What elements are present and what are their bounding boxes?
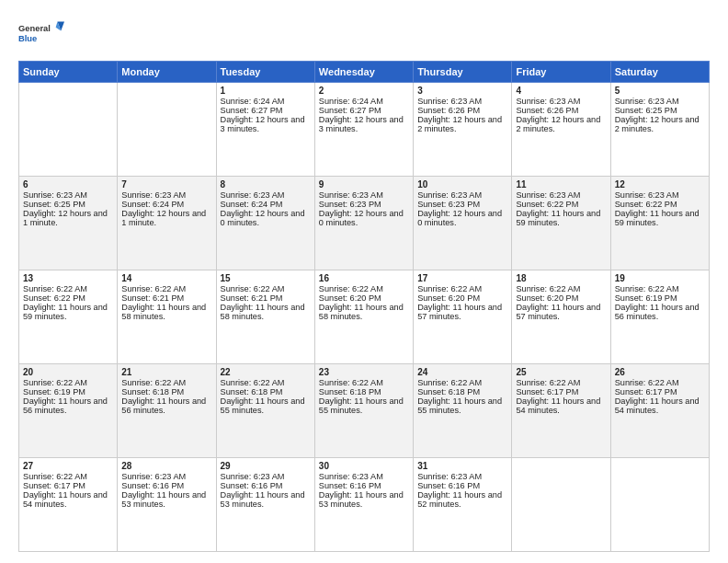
- day-info: Sunset: 6:16 PM: [121, 481, 211, 490]
- weekday-header-row: SundayMondayTuesdayWednesdayThursdayFrid…: [19, 62, 710, 83]
- day-info: Daylight: 12 hours and 0 minutes.: [417, 209, 507, 227]
- day-info: Sunset: 6:20 PM: [516, 293, 606, 303]
- day-cell: 30Sunrise: 6:23 AMSunset: 6:16 PMDayligh…: [314, 458, 413, 552]
- day-number: 4: [516, 86, 606, 96]
- day-number: 25: [516, 367, 606, 377]
- day-number: 27: [23, 461, 113, 471]
- day-info: Sunrise: 6:22 AM: [615, 284, 705, 293]
- weekday-header-wednesday: Wednesday: [314, 62, 413, 83]
- day-info: Sunrise: 6:23 AM: [516, 190, 606, 200]
- day-info: Daylight: 12 hours and 0 minutes.: [221, 209, 311, 227]
- day-info: Sunrise: 6:24 AM: [319, 97, 409, 106]
- day-number: 7: [121, 179, 211, 190]
- day-info: Sunset: 6:27 PM: [319, 106, 409, 115]
- day-number: 19: [615, 273, 705, 283]
- day-cell: 14Sunrise: 6:22 AMSunset: 6:21 PMDayligh…: [118, 270, 216, 364]
- day-number: 3: [417, 86, 507, 96]
- day-cell: 28Sunrise: 6:23 AMSunset: 6:16 PMDayligh…: [118, 458, 216, 552]
- day-info: Sunrise: 6:23 AM: [221, 472, 311, 481]
- day-number: 2: [319, 86, 409, 96]
- day-info: Sunset: 6:19 PM: [615, 293, 705, 303]
- day-cell: 10Sunrise: 6:23 AMSunset: 6:23 PMDayligh…: [414, 177, 512, 270]
- day-number: 1: [221, 86, 311, 96]
- day-info: Daylight: 12 hours and 1 minute.: [23, 209, 113, 227]
- day-info: Daylight: 11 hours and 56 minutes.: [615, 303, 705, 321]
- day-cell: 31Sunrise: 6:23 AMSunset: 6:16 PMDayligh…: [414, 458, 512, 552]
- day-info: Daylight: 12 hours and 2 minutes.: [417, 115, 507, 133]
- day-info: Daylight: 11 hours and 55 minutes.: [221, 396, 311, 415]
- week-row-2: 6Sunrise: 6:23 AMSunset: 6:25 PMDaylight…: [19, 177, 710, 270]
- day-info: Sunset: 6:23 PM: [417, 200, 507, 209]
- day-number: 24: [417, 367, 507, 377]
- day-info: Sunrise: 6:22 AM: [23, 472, 113, 481]
- day-number: 31: [417, 461, 507, 471]
- day-info: Sunset: 6:16 PM: [417, 481, 507, 490]
- day-info: Sunrise: 6:23 AM: [319, 472, 409, 481]
- day-number: 12: [615, 179, 705, 190]
- day-cell: 21Sunrise: 6:22 AMSunset: 6:18 PMDayligh…: [118, 364, 216, 458]
- week-row-5: 27Sunrise: 6:22 AMSunset: 6:17 PMDayligh…: [19, 458, 710, 552]
- day-cell: 27Sunrise: 6:22 AMSunset: 6:17 PMDayligh…: [19, 458, 118, 552]
- day-info: Daylight: 11 hours and 56 minutes.: [23, 396, 113, 415]
- day-info: Sunset: 6:25 PM: [23, 200, 113, 209]
- day-info: Sunrise: 6:22 AM: [319, 284, 409, 293]
- day-info: Daylight: 11 hours and 55 minutes.: [319, 396, 409, 415]
- day-info: Daylight: 11 hours and 58 minutes.: [319, 303, 409, 321]
- day-info: Sunrise: 6:23 AM: [417, 97, 507, 106]
- day-info: Daylight: 12 hours and 2 minutes.: [516, 115, 606, 133]
- day-info: Sunset: 6:18 PM: [121, 387, 211, 396]
- day-info: Daylight: 11 hours and 57 minutes.: [516, 303, 606, 321]
- day-info: Daylight: 12 hours and 3 minutes.: [221, 115, 311, 133]
- day-cell: 17Sunrise: 6:22 AMSunset: 6:20 PMDayligh…: [414, 270, 512, 364]
- day-number: 18: [516, 273, 606, 283]
- day-info: Sunset: 6:16 PM: [221, 481, 311, 490]
- weekday-header-monday: Monday: [118, 62, 216, 83]
- day-info: Sunset: 6:26 PM: [516, 106, 606, 115]
- day-info: Sunset: 6:24 PM: [221, 200, 311, 209]
- day-info: Sunset: 6:18 PM: [221, 387, 311, 396]
- day-info: Sunrise: 6:22 AM: [121, 284, 211, 293]
- weekday-header-thursday: Thursday: [414, 62, 512, 83]
- day-number: 22: [221, 367, 311, 377]
- day-info: Daylight: 11 hours and 54 minutes.: [615, 396, 705, 415]
- day-info: Sunset: 6:16 PM: [319, 481, 409, 490]
- day-cell: 12Sunrise: 6:23 AMSunset: 6:22 PMDayligh…: [610, 177, 709, 270]
- day-cell: 7Sunrise: 6:23 AMSunset: 6:24 PMDaylight…: [118, 177, 216, 270]
- day-cell: [610, 458, 709, 552]
- day-info: Daylight: 12 hours and 1 minute.: [121, 209, 211, 227]
- day-info: Daylight: 11 hours and 58 minutes.: [121, 303, 211, 321]
- calendar-table: SundayMondayTuesdayWednesdayThursdayFrid…: [18, 61, 710, 552]
- day-cell: [512, 458, 610, 552]
- day-info: Sunrise: 6:23 AM: [615, 190, 705, 200]
- day-info: Sunrise: 6:23 AM: [319, 190, 409, 200]
- day-info: Sunrise: 6:22 AM: [516, 284, 606, 293]
- day-info: Sunset: 6:27 PM: [221, 106, 311, 115]
- day-info: Sunset: 6:26 PM: [417, 106, 507, 115]
- day-info: Sunset: 6:22 PM: [23, 293, 113, 303]
- day-info: Sunrise: 6:22 AM: [516, 378, 606, 387]
- day-info: Sunset: 6:24 PM: [121, 200, 211, 209]
- day-cell: 23Sunrise: 6:22 AMSunset: 6:18 PMDayligh…: [314, 364, 413, 458]
- day-info: Sunrise: 6:23 AM: [23, 190, 113, 200]
- day-info: Sunrise: 6:23 AM: [121, 190, 211, 200]
- day-info: Daylight: 11 hours and 56 minutes.: [121, 396, 211, 415]
- day-info: Sunrise: 6:24 AM: [221, 97, 311, 106]
- day-info: Sunrise: 6:22 AM: [121, 378, 211, 387]
- day-cell: [19, 83, 118, 177]
- day-info: Sunset: 6:22 PM: [516, 200, 606, 209]
- day-info: Sunset: 6:18 PM: [417, 387, 507, 396]
- day-info: Daylight: 11 hours and 58 minutes.: [221, 303, 311, 321]
- day-info: Sunrise: 6:23 AM: [516, 97, 606, 106]
- day-info: Sunrise: 6:22 AM: [221, 378, 311, 387]
- day-cell: 18Sunrise: 6:22 AMSunset: 6:20 PMDayligh…: [512, 270, 610, 364]
- day-number: 20: [23, 367, 113, 377]
- day-number: 9: [319, 179, 409, 190]
- day-number: 17: [417, 273, 507, 283]
- day-info: Daylight: 11 hours and 59 minutes.: [23, 303, 113, 321]
- day-number: 15: [221, 273, 311, 283]
- day-info: Sunrise: 6:22 AM: [221, 284, 311, 293]
- day-cell: 2Sunrise: 6:24 AMSunset: 6:27 PMDaylight…: [314, 83, 413, 177]
- day-number: 6: [23, 179, 113, 190]
- day-cell: 6Sunrise: 6:23 AMSunset: 6:25 PMDaylight…: [19, 177, 118, 270]
- day-cell: 22Sunrise: 6:22 AMSunset: 6:18 PMDayligh…: [216, 364, 314, 458]
